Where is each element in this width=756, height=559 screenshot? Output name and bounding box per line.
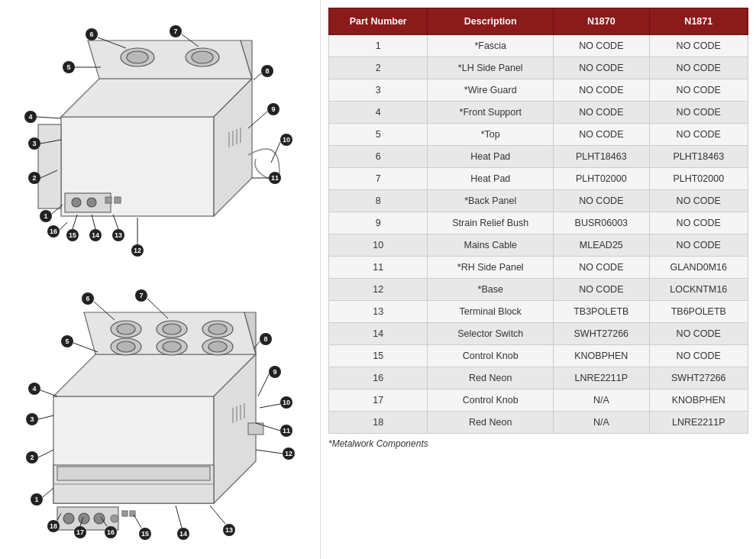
table-row: 10 Mains Cable MLEAD25 NO CODE bbox=[329, 234, 748, 257]
table-row: 6 Heat Pad PLHT18463 PLHT18463 bbox=[329, 146, 748, 168]
cell-n1871: NO CODE bbox=[649, 79, 748, 102]
cell-part: 9 bbox=[329, 212, 428, 234]
cell-desc: *Fascia bbox=[428, 35, 554, 57]
col-header-n1870: N1870 bbox=[554, 8, 650, 35]
svg-line-42 bbox=[254, 73, 261, 80]
svg-text:11: 11 bbox=[270, 174, 278, 182]
table-row: 16 Red Neon LNRE2211P SWHT27266 bbox=[329, 367, 748, 389]
svg-text:9: 9 bbox=[271, 105, 275, 113]
cell-part: 4 bbox=[329, 102, 428, 124]
svg-text:5: 5 bbox=[66, 63, 70, 71]
cell-desc: Red Neon bbox=[428, 367, 554, 389]
svg-text:8: 8 bbox=[263, 335, 267, 343]
svg-line-48 bbox=[271, 142, 280, 163]
svg-line-134 bbox=[256, 450, 283, 454]
diagrams-panel: 1 2 3 4 5 6 bbox=[0, 0, 321, 559]
cell-desc: Heat Pad bbox=[428, 168, 554, 190]
svg-text:1: 1 bbox=[44, 212, 47, 220]
top-diagram: 1 2 3 4 5 6 bbox=[15, 18, 305, 270]
svg-text:8: 8 bbox=[265, 67, 269, 75]
svg-text:17: 17 bbox=[76, 528, 83, 536]
table-row: 7 Heat Pad PLHT02000 PLHT02000 bbox=[329, 168, 748, 190]
svg-rect-97 bbox=[122, 511, 128, 516]
svg-point-75 bbox=[163, 324, 181, 334]
cell-desc: *Back Panel bbox=[428, 190, 554, 212]
table-row: 14 Selector Switch SWHT27266 NO CODE bbox=[329, 323, 748, 345]
col-header-part: Part Number bbox=[329, 8, 428, 35]
parts-table-panel: Part Number Description N1870 N1871 1 *F… bbox=[321, 0, 756, 559]
cell-n1871: NO CODE bbox=[649, 35, 748, 57]
svg-text:2: 2 bbox=[32, 174, 36, 182]
svg-text:2: 2 bbox=[30, 454, 34, 461]
cell-n1870: MLEAD25 bbox=[554, 234, 650, 257]
col-header-n1871: N1871 bbox=[649, 8, 748, 35]
svg-line-143 bbox=[134, 515, 141, 528]
cell-part: 10 bbox=[329, 234, 428, 257]
svg-point-93 bbox=[63, 513, 74, 524]
table-row: 12 *Base NO CODE LOCKNTM16 bbox=[329, 279, 748, 301]
footnote: *Metalwork Components bbox=[328, 438, 748, 449]
cell-part: 13 bbox=[329, 301, 428, 323]
table-row: 17 Control Knob N/A KNOBPHEN bbox=[329, 389, 748, 412]
cell-desc: Control Knob bbox=[428, 389, 554, 412]
cell-n1871: PLHT02000 bbox=[649, 168, 748, 190]
cell-part: 18 bbox=[329, 412, 428, 434]
table-row: 3 *Wire Guard NO CODE NO CODE bbox=[329, 79, 748, 102]
cell-part: 1 bbox=[329, 35, 428, 57]
svg-point-73 bbox=[117, 324, 135, 334]
svg-text:13: 13 bbox=[114, 231, 121, 239]
cell-part: 16 bbox=[329, 367, 428, 389]
svg-text:6: 6 bbox=[86, 295, 89, 302]
cell-n1871: NO CODE bbox=[649, 234, 748, 257]
cell-desc: *Top bbox=[428, 124, 554, 146]
cell-n1870: NO CODE bbox=[554, 257, 650, 279]
svg-text:9: 9 bbox=[273, 368, 276, 376]
svg-line-107 bbox=[38, 415, 53, 419]
cell-n1870: NO CODE bbox=[554, 124, 650, 146]
cell-n1870: BUSR06003 bbox=[554, 212, 650, 234]
cell-part: 7 bbox=[329, 168, 428, 190]
cell-desc: *Front Support bbox=[428, 102, 554, 124]
svg-line-60 bbox=[92, 215, 95, 229]
svg-point-95 bbox=[94, 513, 105, 524]
bottom-diagram: 1 2 3 4 5 6 bbox=[15, 289, 305, 541]
svg-text:7: 7 bbox=[139, 292, 143, 299]
cell-n1871: KNOBPHEN bbox=[649, 389, 748, 412]
cell-part: 14 bbox=[329, 323, 428, 345]
cell-n1870: NO CODE bbox=[554, 35, 650, 57]
cell-n1870: TB3POLETB bbox=[554, 301, 650, 323]
cell-desc: *LH Side Panel bbox=[428, 57, 554, 79]
svg-line-140 bbox=[176, 506, 182, 528]
svg-text:14: 14 bbox=[179, 530, 186, 538]
cell-desc: *Wire Guard bbox=[428, 79, 554, 102]
svg-text:16: 16 bbox=[49, 228, 57, 235]
cell-n1871: NO CODE bbox=[649, 323, 748, 345]
cell-n1870: SWHT27266 bbox=[554, 323, 650, 345]
svg-text:3: 3 bbox=[30, 415, 34, 423]
svg-line-101 bbox=[43, 488, 53, 497]
cell-n1871: NO CODE bbox=[649, 212, 748, 234]
svg-line-63 bbox=[73, 215, 77, 229]
cell-desc: Strain Relief Bush bbox=[428, 212, 554, 234]
svg-text:18: 18 bbox=[49, 522, 57, 530]
svg-rect-18 bbox=[115, 197, 121, 203]
parts-table: Part Number Description N1870 N1871 1 *F… bbox=[328, 8, 748, 434]
svg-point-15 bbox=[72, 198, 81, 207]
cell-desc: *RH Side Panel bbox=[428, 257, 554, 279]
cell-desc: Selector Switch bbox=[428, 323, 554, 345]
cell-part: 2 bbox=[329, 57, 428, 79]
cell-part: 3 bbox=[329, 79, 428, 102]
svg-text:10: 10 bbox=[282, 136, 289, 144]
cell-n1871: NO CODE bbox=[649, 190, 748, 212]
cell-part: 15 bbox=[329, 345, 428, 367]
cell-n1871: PLHT18463 bbox=[649, 146, 748, 168]
svg-text:4: 4 bbox=[32, 385, 36, 393]
svg-point-77 bbox=[208, 324, 227, 334]
svg-line-128 bbox=[260, 404, 280, 408]
svg-marker-4 bbox=[88, 40, 252, 79]
svg-line-137 bbox=[210, 506, 225, 524]
svg-point-83 bbox=[208, 341, 227, 352]
svg-text:3: 3 bbox=[32, 140, 36, 147]
svg-point-96 bbox=[111, 515, 118, 522]
cell-n1871: NO CODE bbox=[649, 102, 748, 124]
